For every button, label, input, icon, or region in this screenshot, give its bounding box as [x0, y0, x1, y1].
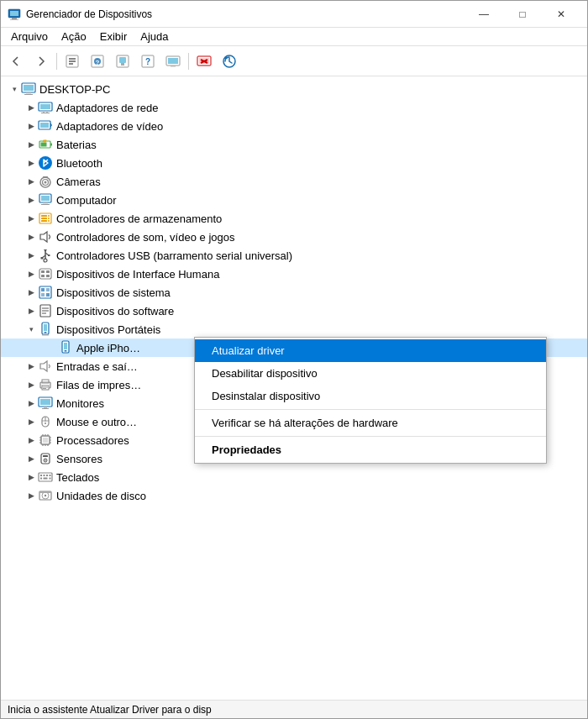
- svg-rect-26: [24, 85, 34, 91]
- back-button[interactable]: [4, 50, 28, 73]
- hid-icon: [38, 266, 53, 281]
- expand-storage[interactable]: ▶: [24, 212, 38, 225]
- tree-item-storage[interactable]: ▶ Controladores de armazenamento: [1, 209, 587, 228]
- maximize-button[interactable]: □: [503, 1, 542, 28]
- expand-network[interactable]: ▶: [24, 101, 38, 114]
- svg-text:?: ?: [145, 57, 150, 66]
- svg-marker-87: [40, 361, 47, 371]
- expand-camera[interactable]: ▶: [24, 175, 38, 188]
- label-system: Dispositivos de sistema: [56, 286, 171, 299]
- menu-ajuda[interactable]: Ajuda: [134, 29, 175, 45]
- software-icon: [38, 303, 53, 318]
- menu-bar: Arquivo Ação Exibir Ajuda: [1, 28, 587, 46]
- expand-processor[interactable]: ▶: [24, 433, 38, 447]
- context-uninstall-device[interactable]: Desinstalar dispositivo: [195, 385, 546, 407]
- expand-video[interactable]: ▶: [24, 119, 38, 133]
- screen-button[interactable]: [161, 50, 185, 73]
- expand-input[interactable]: ▶: [24, 360, 38, 373]
- svg-rect-3: [10, 19, 18, 20]
- video-icon: [38, 118, 53, 134]
- svg-rect-68: [46, 270, 50, 273]
- svg-rect-48: [41, 196, 50, 201]
- expand-portable[interactable]: ▾: [24, 323, 38, 336]
- tree-item-system[interactable]: ▶ Dispositivos de sistema: [1, 283, 587, 302]
- tree-item-software[interactable]: ▶ Dispositivos do software: [1, 302, 587, 320]
- properties-button[interactable]: [60, 50, 84, 73]
- svg-rect-27: [26, 92, 31, 94]
- label-video: Adaptadores de vídeo: [56, 120, 163, 133]
- scan-hardware-button[interactable]: [218, 50, 241, 73]
- svg-rect-94: [40, 399, 50, 405]
- tree-item-hid[interactable]: ▶ Dispositivos de Interface Humana: [1, 265, 587, 283]
- svg-rect-116: [43, 455, 48, 457]
- expand-sensor[interactable]: ▶: [24, 452, 38, 465]
- svg-rect-86: [65, 350, 67, 352]
- tree-item-keyboard[interactable]: ▶ Teclados: [1, 468, 587, 486]
- svg-rect-121: [44, 475, 45, 476]
- context-properties[interactable]: Propriedades: [195, 438, 546, 461]
- expand-disk[interactable]: ▶: [24, 489, 38, 502]
- expand-monitor[interactable]: ▶: [24, 396, 38, 410]
- context-disable-device[interactable]: Desabilitar dispositivo: [195, 362, 546, 385]
- minimize-button[interactable]: —: [465, 1, 503, 28]
- context-separator-2: [195, 436, 546, 437]
- tree-item-disk[interactable]: ▶ Unidades de disco: [1, 486, 587, 505]
- expand-root[interactable]: ▾: [8, 82, 21, 96]
- tree-root[interactable]: ▾ DESKTOP-PC: [1, 80, 587, 98]
- svg-rect-12: [119, 57, 126, 63]
- remove-device-button[interactable]: [192, 50, 216, 73]
- expand-mouse[interactable]: ▶: [24, 415, 38, 428]
- window-controls: — □ ✕: [465, 1, 580, 28]
- tree-item-portable[interactable]: ▾ Dispositivos Portáteis: [1, 320, 587, 339]
- expand-keyboard[interactable]: ▶: [24, 470, 38, 484]
- menu-acao[interactable]: Ação: [55, 29, 93, 45]
- tree-item-battery[interactable]: ▶ Baterias: [1, 135, 587, 154]
- main-content: ▾ DESKTOP-PC ▶: [1, 76, 587, 700]
- forward-button[interactable]: [29, 50, 53, 73]
- tree-item-usb[interactable]: ▶ Controladores USB (barramento serial u…: [1, 246, 587, 265]
- tree-item-sound[interactable]: ▶ Controladores de som, vídeo e jogos: [1, 228, 587, 246]
- expand-iphone[interactable]: [45, 341, 58, 354]
- tree-item-video[interactable]: ▶ Adaptadores de vídeo: [1, 117, 587, 135]
- svg-point-56: [48, 218, 50, 219]
- label-sensor: Sensores: [56, 453, 102, 465]
- tree-item-computer[interactable]: ▶ Computador: [1, 191, 587, 209]
- expand-bluetooth[interactable]: ▶: [24, 156, 38, 170]
- svg-rect-64: [41, 257, 44, 260]
- close-button[interactable]: ✕: [542, 1, 580, 28]
- svg-rect-17: [168, 58, 178, 64]
- expand-printer[interactable]: ▶: [24, 378, 38, 391]
- svg-rect-50: [41, 204, 50, 205]
- expand-computer[interactable]: ▶: [24, 193, 38, 207]
- expand-battery[interactable]: ▶: [24, 138, 38, 151]
- label-iphone: Apple iPho…: [76, 342, 140, 354]
- label-storage: Controladores de armazenamento: [56, 213, 222, 225]
- network-icon: [38, 100, 53, 115]
- tree-item-camera[interactable]: ▶ Câmeras: [1, 172, 587, 191]
- menu-arquivo[interactable]: Arquivo: [4, 29, 55, 45]
- system-icon: [38, 285, 53, 300]
- expand-software[interactable]: ▶: [24, 304, 38, 318]
- label-camera: Câmeras: [56, 176, 101, 188]
- scan-button[interactable]: [111, 50, 134, 73]
- expand-usb[interactable]: ▶: [24, 249, 38, 262]
- svg-rect-49: [43, 202, 48, 204]
- update-driver-button[interactable]: ?: [86, 50, 109, 73]
- expand-sound[interactable]: ▶: [24, 230, 38, 244]
- svg-rect-31: [43, 111, 45, 113]
- computer2-icon: [38, 192, 53, 207]
- svg-marker-60: [44, 249, 47, 252]
- portable-icon: [38, 322, 53, 337]
- menu-exibir[interactable]: Exibir: [93, 29, 134, 45]
- expand-system[interactable]: ▶: [24, 286, 38, 299]
- label-portable: Dispositivos Portáteis: [56, 323, 160, 336]
- tree-item-network[interactable]: ▶ Adaptadores de rede: [1, 98, 587, 117]
- svg-point-55: [48, 215, 50, 217]
- input-icon: [38, 359, 53, 374]
- expand-hid[interactable]: ▶: [24, 267, 38, 281]
- tree-item-bluetooth[interactable]: ▶ Bluetooth: [1, 154, 587, 172]
- context-update-driver[interactable]: Atualizar driver: [195, 339, 546, 362]
- context-scan-hardware[interactable]: Verificar se há alterações de hardware: [195, 412, 546, 434]
- help-button[interactable]: ?: [136, 50, 160, 73]
- keyboard-icon: [38, 470, 53, 485]
